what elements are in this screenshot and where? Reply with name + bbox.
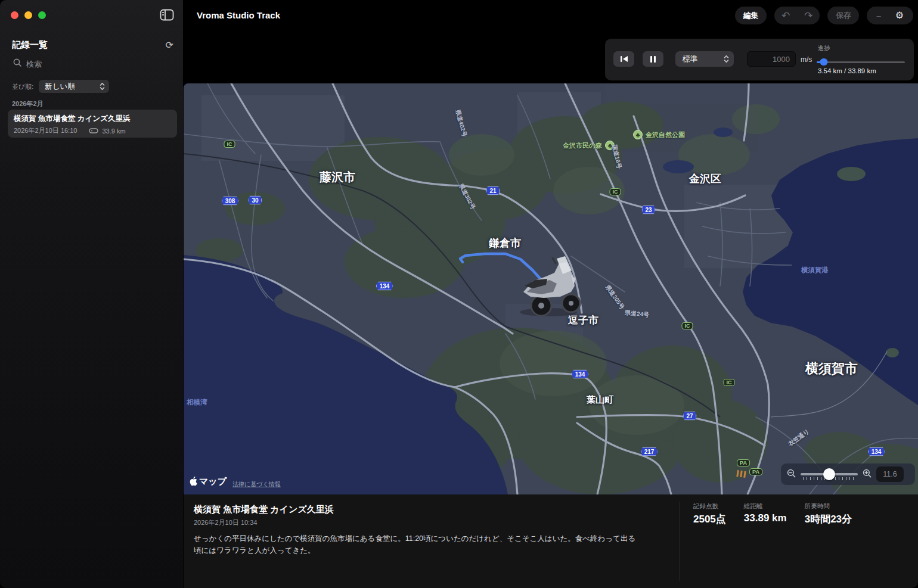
apple-logo-icon	[190, 477, 197, 486]
skip-to-start-button[interactable]	[613, 51, 634, 67]
stat-total-distance: 総距離 33.89 km	[744, 502, 787, 526]
search-input[interactable]	[26, 60, 145, 69]
speed-unit-label: m/s	[801, 55, 812, 64]
zoom-slider-thumb[interactable]	[823, 468, 835, 480]
settings-group: – ⚙	[867, 7, 913, 24]
maps-brand-label: マップ	[199, 476, 227, 487]
record-title: 横須賀 魚市場食堂 カインズ久里浜	[14, 114, 171, 124]
app-window: 記録一覧 ⟳ 並び順: 新しい順 2026年2月 横須賀 魚市場食堂 カインズ久…	[0, 0, 918, 588]
zoom-out-icon[interactable]	[787, 469, 796, 480]
scooter-icon	[89, 128, 98, 133]
undo-redo-group: ↶ ↷	[774, 7, 820, 24]
detail-date: 2026年2月10日 10:34	[194, 518, 665, 527]
redo-icon[interactable]: ↷	[797, 11, 820, 21]
speed-value-input[interactable]	[747, 51, 796, 67]
undo-icon[interactable]: ↶	[774, 11, 797, 21]
record-detail-panel: 横須賀 魚市場食堂 カインズ久里浜 2026年2月10日 10:34 せっかくの…	[184, 494, 918, 588]
stat-label: 所要時間	[805, 502, 852, 511]
legal-info-link[interactable]: 法律に基づく情報	[232, 480, 281, 489]
stat-label: 総距離	[744, 502, 787, 511]
stat-duration: 所要時間 3時間23分	[805, 502, 852, 526]
record-date: 2026年2月10日 16:10	[14, 126, 77, 135]
pause-button[interactable]	[643, 51, 663, 67]
record-distance: 33.9 km	[102, 127, 125, 135]
progress-thumb[interactable]	[820, 58, 827, 66]
close-window-button[interactable]	[11, 11, 18, 19]
zoom-in-icon[interactable]	[863, 469, 872, 480]
speed-preset-value: 標準	[683, 54, 697, 64]
map-zoom-control: 11.6	[781, 463, 915, 485]
progress-track	[817, 61, 905, 63]
gear-icon[interactable]: ⚙	[888, 11, 911, 20]
progress-slider[interactable]	[817, 58, 905, 66]
save-button[interactable]: 保存	[827, 7, 859, 24]
record-list-item[interactable]: 横須賀 魚市場食堂 カインズ久里浜 2026年2月10日 16:10 33.9 …	[8, 110, 177, 138]
month-section-header: 2026年2月	[12, 99, 44, 108]
detail-title: 横須賀 魚市場食堂 カインズ久里浜	[194, 504, 665, 515]
app-title: Vroma Studio Track	[197, 10, 280, 20]
stat-value: 2505点	[693, 512, 726, 526]
titlebar: Vroma Studio Track 編集 ↶ ↷ 保存 – ⚙	[184, 0, 918, 31]
detail-note: せっかくの平日休みにしたので横須賀の魚市場にある食堂に。11:20頃についたのだ…	[194, 533, 642, 556]
record-list-title: 記録一覧	[12, 39, 48, 51]
sort-order-select[interactable]: 新しい順	[39, 80, 109, 93]
search-icon	[13, 58, 21, 69]
stats-divider	[680, 502, 680, 581]
progress-label: 進捗	[818, 44, 830, 52]
sidebar-toggle-icon[interactable]	[159, 9, 175, 22]
search-field[interactable]	[13, 58, 173, 69]
stat-value: 33.89 km	[744, 512, 787, 524]
chevron-up-down-icon	[100, 82, 105, 91]
drag-handle-icon: –	[869, 12, 888, 20]
map-view[interactable]: 藤沢市鎌倉市逗子市葉山町横須賀市金沢区横須賀港相模湾♣金沢自然公園金沢市民の森♣…	[184, 83, 918, 494]
map-geography	[184, 83, 918, 494]
chevron-up-down-icon	[724, 55, 729, 63]
playback-panel: 標準 m/s 進捗 3.54 km / 33.89 km	[605, 39, 914, 80]
edit-button[interactable]: 編集	[735, 7, 767, 24]
map-zoom-slider[interactable]	[801, 468, 858, 480]
sort-order-value: 新しい順	[45, 82, 75, 92]
zoom-level-value: 11.6	[876, 466, 904, 482]
speed-preset-select[interactable]: 標準	[675, 51, 734, 67]
sidebar: 記録一覧 ⟳ 並び順: 新しい順 2026年2月 横須賀 魚市場食堂 カインズ久…	[0, 0, 184, 588]
main-content: Vroma Studio Track 編集 ↶ ↷ 保存 – ⚙	[184, 0, 918, 588]
stat-point-count: 記録点数 2505点	[693, 502, 726, 526]
apple-maps-logo: マップ	[190, 476, 227, 487]
refresh-icon[interactable]: ⟳	[166, 41, 173, 50]
stat-label: 記録点数	[693, 502, 726, 511]
zoom-window-button[interactable]	[38, 11, 46, 19]
stat-value: 3時間23分	[805, 512, 852, 526]
minimize-window-button[interactable]	[24, 11, 32, 19]
traffic-lights	[11, 11, 46, 19]
stats-row: 記録点数 2505点 総距離 33.89 km 所要時間 3時間23分	[693, 502, 852, 526]
sort-order-label: 並び順:	[12, 82, 33, 91]
progress-text: 3.54 km / 33.89 km	[818, 67, 876, 74]
